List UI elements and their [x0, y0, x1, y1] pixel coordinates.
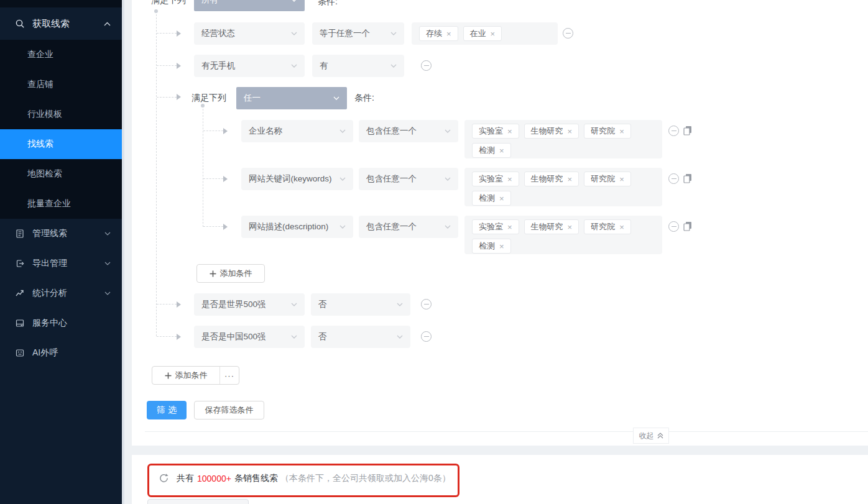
copy-condition-icon[interactable]	[683, 173, 693, 183]
remove-condition-icon[interactable]	[563, 28, 573, 39]
field-select[interactable]: 网站关键词(keywords)	[241, 168, 353, 190]
value-tag-label: 检测	[479, 145, 495, 156]
sidebar-item-industry-template[interactable]: 行业模板	[0, 99, 122, 129]
collapse-button[interactable]: 收起	[633, 428, 669, 444]
chevron-down-icon	[445, 225, 451, 229]
values-box[interactable]: 实验室×生物研究×研究院×检测×	[464, 216, 662, 254]
tag-close-icon[interactable]: ×	[619, 127, 624, 136]
tag-close-icon[interactable]: ×	[499, 194, 504, 203]
tag-close-icon[interactable]: ×	[446, 29, 451, 39]
chevron-down-icon	[104, 291, 111, 295]
sidebar-group-get-leads[interactable]: 获取线索	[0, 7, 122, 40]
sidebar-group-export-management[interactable]: 导出管理	[0, 249, 122, 278]
group-prefix-label: 满足下列	[192, 91, 226, 104]
plus-icon	[210, 270, 216, 277]
add-condition-label: 添加条件	[175, 370, 208, 381]
values-box[interactable]: 实验室×生物研究×研究院×检测×	[464, 120, 662, 158]
field-select-value: 网站关键词(keywords)	[249, 173, 332, 185]
chevron-down-icon	[397, 303, 403, 306]
sidebar-group-statistics[interactable]: 统计分析	[0, 278, 122, 308]
tree-branch-line	[157, 304, 177, 305]
remove-condition-icon[interactable]	[421, 331, 432, 342]
remove-condition-icon[interactable]	[668, 221, 679, 232]
value-tag-label: 生物研究	[531, 221, 563, 232]
tree-branch-line	[203, 178, 223, 179]
chevron-double-up-icon	[657, 433, 663, 439]
sidebar-item-label: 地图检索	[27, 168, 62, 180]
add-condition-button-nested[interactable]: 添加条件	[196, 264, 265, 283]
values-box[interactable]: 存续×在业×	[412, 22, 558, 45]
tag-close-icon[interactable]: ×	[568, 127, 573, 136]
tag-close-icon[interactable]: ×	[568, 175, 573, 184]
tag-close-icon[interactable]: ×	[499, 146, 504, 155]
panel-divider	[145, 431, 868, 432]
tree-arrow-icon	[223, 176, 228, 182]
chevron-down-icon	[390, 64, 397, 68]
value-tag: 检测×	[472, 239, 511, 254]
group-prefix-label: 满足下列	[151, 0, 186, 6]
tag-close-icon[interactable]: ×	[619, 175, 624, 184]
result-summary: 共有 100000+ 条销售线索 （本条件下，全公司共领取或加入公海0条）	[177, 472, 451, 485]
tree-arrow-icon	[223, 224, 228, 230]
operator-select[interactable]: 否	[311, 293, 410, 316]
more-options-button[interactable]: ···	[219, 367, 239, 384]
value-tag-label: 实验室	[479, 173, 503, 185]
logic-select-root[interactable]: 所有	[194, 0, 305, 11]
add-condition-button[interactable]: 添加条件	[152, 367, 219, 384]
sidebar-group-manage-leads[interactable]: 管理线索	[0, 219, 122, 249]
tag-close-icon[interactable]: ×	[499, 242, 504, 251]
refresh-icon[interactable]	[159, 473, 169, 486]
chevron-down-icon	[339, 129, 346, 133]
tag-close-icon[interactable]: ×	[619, 222, 624, 232]
sidebar-item-check-company[interactable]: 查企业	[0, 40, 122, 70]
field-select[interactable]: 是否是世界500强	[194, 293, 305, 316]
chevron-down-icon	[339, 225, 346, 229]
field-select-value: 是否是中国500强	[201, 331, 266, 342]
logic-select-nested[interactable]: 任一	[236, 87, 347, 109]
field-select[interactable]: 网站描述(description)	[241, 216, 353, 238]
sidebar-item-label: 找线索	[27, 139, 53, 150]
copy-condition-icon[interactable]	[683, 221, 693, 231]
operator-select[interactable]: 包含任意一个	[359, 168, 458, 190]
tag-close-icon[interactable]: ×	[507, 175, 512, 184]
save-filter-button[interactable]: 保存筛选条件	[194, 401, 264, 419]
remove-condition-icon[interactable]	[421, 60, 432, 71]
tree-branch-line	[203, 131, 223, 131]
tag-close-icon[interactable]: ×	[568, 222, 573, 232]
remove-condition-icon[interactable]	[668, 126, 679, 136]
value-tag-label: 研究院	[591, 173, 615, 185]
sidebar-group-label: 管理线索	[32, 228, 67, 239]
field-select[interactable]: 企业名称	[241, 120, 353, 142]
value-tag: 实验室×	[472, 124, 519, 139]
sidebar-item-check-shop[interactable]: 查店铺	[0, 70, 122, 99]
group-suffix-label: 条件:	[354, 91, 374, 104]
chart-icon	[15, 288, 25, 298]
chevron-down-icon	[445, 177, 451, 181]
sidebar-group-ai-call[interactable]: AI外呼	[0, 338, 122, 368]
chevron-down-icon	[445, 129, 451, 133]
operator-select[interactable]: 等于任意一个	[312, 22, 404, 45]
sidebar-item-batch-check-company[interactable]: 批量查企业	[0, 189, 122, 219]
operator-select[interactable]: 包含任意一个	[359, 120, 458, 142]
cutoff-button[interactable]	[147, 499, 249, 504]
tag-close-icon[interactable]: ×	[507, 127, 512, 136]
tag-close-icon[interactable]: ×	[491, 29, 496, 39]
operator-select[interactable]: 包含任意一个	[359, 216, 458, 238]
field-select[interactable]: 是否是中国500强	[194, 326, 305, 348]
values-box[interactable]: 实验室×生物研究×研究院×检测×	[464, 168, 662, 206]
sidebar-item-find-leads[interactable]: 找线索	[0, 129, 122, 159]
tag-close-icon[interactable]: ×	[507, 222, 512, 232]
operator-select[interactable]: 有	[312, 55, 404, 77]
filter-button[interactable]: 筛 选	[147, 401, 187, 419]
operator-select[interactable]: 否	[311, 326, 410, 348]
copy-condition-icon[interactable]	[683, 126, 693, 135]
remove-condition-icon[interactable]	[668, 173, 679, 184]
value-tag-label: 检测	[479, 193, 495, 204]
remove-condition-icon[interactable]	[421, 299, 432, 309]
chevron-down-icon	[104, 232, 111, 236]
sidebar-group-service-center[interactable]: 服务中心	[0, 308, 122, 338]
sidebar-item-map-search[interactable]: 地图检索	[0, 159, 122, 189]
sidebar-item-label: 查企业	[27, 49, 53, 60]
field-select[interactable]: 经营状态	[194, 22, 305, 45]
field-select[interactable]: 有无手机	[194, 55, 305, 77]
